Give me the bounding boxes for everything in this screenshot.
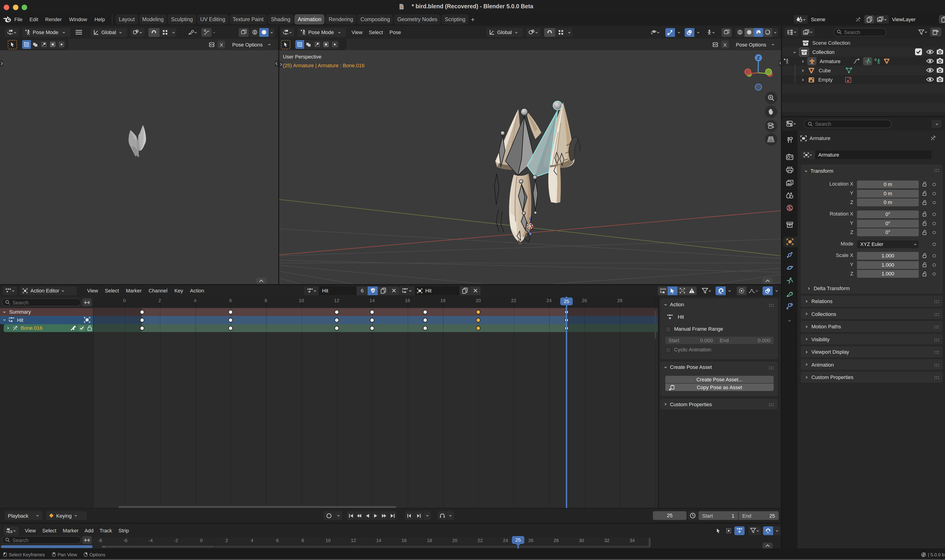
svg-text:Z: Z	[757, 55, 760, 60]
